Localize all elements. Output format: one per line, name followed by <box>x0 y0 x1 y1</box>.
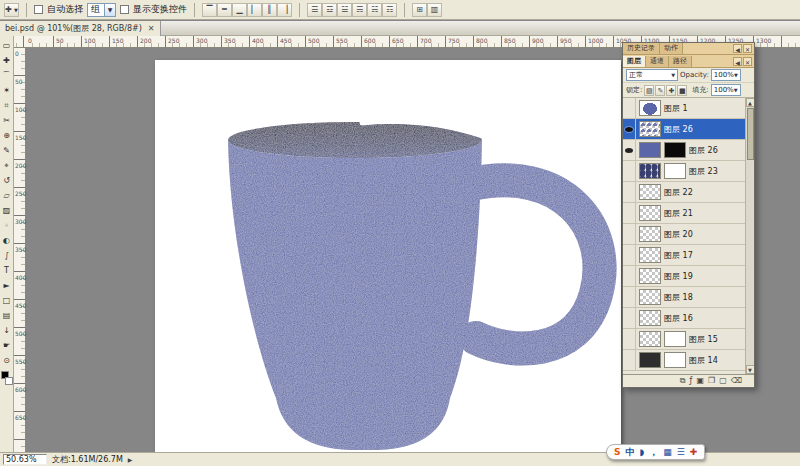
layer-row[interactable]: 图层 17 <box>623 245 754 266</box>
auto-select-checkbox[interactable] <box>34 5 43 14</box>
align-bottom-edges-icon[interactable]: ▁ <box>232 3 247 17</box>
layer-thumbnail[interactable] <box>639 268 661 284</box>
blur-tool-icon[interactable]: ◦ <box>1 219 13 232</box>
blend-mode-select[interactable]: 正常 ▼ <box>626 69 678 81</box>
panel-collapse-button[interactable]: ◀ <box>733 44 742 53</box>
status-menu-arrow-icon[interactable]: ▶ <box>128 456 133 463</box>
document-tab[interactable]: bei.psd @ 101%(图层 28, RGB/8#) ✕ <box>0 21 161 36</box>
palette-tab-图层[interactable]: 图层 <box>623 56 646 67</box>
layer-thumbnail[interactable] <box>639 184 661 200</box>
scroll-down-button[interactable]: ▼ <box>746 365 755 374</box>
sogou-logo-icon[interactable]: S <box>614 445 620 459</box>
visibility-toggle[interactable] <box>623 350 636 370</box>
lock-position-icon[interactable]: ✚ <box>666 85 676 96</box>
visibility-toggle[interactable] <box>623 329 636 349</box>
zoom-field[interactable]: 50.63% <box>3 454 47 465</box>
settings-icon[interactable]: ✚ <box>690 445 698 459</box>
layer-row[interactable]: 图层 26 <box>623 140 754 161</box>
palette-tab-通道[interactable]: 通道 <box>646 56 669 67</box>
gradient-tool-icon[interactable]: ▨ <box>1 204 13 217</box>
layer-row[interactable]: 图层 19 <box>623 266 754 287</box>
layer-mask-thumbnail[interactable] <box>664 352 686 368</box>
clone-stamp-tool-icon[interactable]: ⌖ <box>1 159 13 172</box>
panel-collapse-button[interactable]: ◀ <box>733 57 742 66</box>
distribute-top-edges-icon[interactable]: ☰ <box>307 3 322 17</box>
layer-thumbnail[interactable] <box>639 226 661 242</box>
close-icon[interactable]: ✕ <box>148 24 155 33</box>
layer-row[interactable]: 图层 16 <box>623 308 754 329</box>
distribute-bottom-edges-icon[interactable]: ☱ <box>337 3 352 17</box>
scroll-thumb[interactable] <box>747 108 754 160</box>
layer-row[interactable]: 图层 1 <box>623 98 754 119</box>
align-left-edges-icon[interactable]: ▏ <box>247 3 262 17</box>
layer-thumbnail[interactable] <box>639 247 661 263</box>
distribute-right-edges-icon[interactable]: ☶ <box>382 3 397 17</box>
visibility-toggle[interactable] <box>623 119 636 139</box>
group-select[interactable]: 组▼ <box>87 3 116 17</box>
layer-mask-thumbnail[interactable] <box>664 163 686 179</box>
fill-field[interactable]: 100% ▼ <box>711 84 741 96</box>
add-layer-mask-button[interactable]: ▣ <box>696 375 704 387</box>
eraser-tool-icon[interactable]: ▱ <box>1 189 13 202</box>
healing-brush-tool-icon[interactable]: ⊕ <box>1 129 13 142</box>
document-canvas[interactable] <box>155 60 621 452</box>
magic-wand-tool-icon[interactable]: ✶ <box>1 84 13 97</box>
layer-row[interactable]: 图层 26 <box>623 119 754 140</box>
notes-tool-icon[interactable]: ▤ <box>1 309 13 322</box>
layer-row[interactable]: 图层 14 <box>623 350 754 371</box>
background-color-swatch[interactable] <box>5 377 13 385</box>
palette-tab-动作[interactable]: 动作 <box>660 43 683 54</box>
rectangular-marquee-tool-icon[interactable]: ▭ <box>1 39 13 52</box>
layer-row[interactable]: 图层 21 <box>623 203 754 224</box>
new-layer-button[interactable]: ▢ <box>719 375 727 387</box>
visibility-toggle[interactable] <box>623 287 636 307</box>
align-top-edges-icon[interactable]: ▔ <box>202 3 217 17</box>
layer-thumbnail[interactable] <box>639 163 661 179</box>
distribute-vertical-centers-icon[interactable]: ☲ <box>322 3 337 17</box>
palette-tab-路径[interactable]: 路径 <box>669 56 692 67</box>
lasso-tool-icon[interactable]: ⌒ <box>1 69 13 82</box>
visibility-toggle[interactable] <box>623 203 636 223</box>
layer-row[interactable]: 图层 23 <box>623 161 754 182</box>
type-tool-icon[interactable]: T <box>1 264 13 277</box>
visibility-toggle[interactable] <box>623 182 636 202</box>
soft-keyboard-icon[interactable]: ▦ <box>663 445 672 459</box>
auto-align-layers-icon[interactable]: ⊞ <box>412 3 427 17</box>
scroll-up-button[interactable]: ▲ <box>746 98 755 107</box>
distribute-horizontal-centers-icon[interactable]: ☵ <box>367 3 382 17</box>
tool-preset-button[interactable]: ✚▼ <box>4 3 19 17</box>
slice-tool-icon[interactable]: ✂ <box>1 114 13 127</box>
layer-mask-thumbnail[interactable] <box>664 142 686 158</box>
layer-row[interactable]: 图层 20 <box>623 224 754 245</box>
visibility-toggle[interactable] <box>623 266 636 286</box>
lock-pixels-icon[interactable]: ✎ <box>655 85 665 96</box>
delete-layer-button[interactable]: ⌫ <box>731 375 742 387</box>
workspace-icon[interactable]: ▥ <box>427 3 442 17</box>
layer-row[interactable]: 图层 22 <box>623 182 754 203</box>
fullwidth-icon[interactable]: ◗ <box>639 445 644 459</box>
pen-tool-icon[interactable]: ∫ <box>1 249 13 262</box>
punctuation-icon[interactable]: ， <box>649 445 658 459</box>
menu-icon[interactable]: ☰ <box>677 445 685 459</box>
layer-style-button[interactable]: ƒ <box>690 375 693 387</box>
dodge-tool-icon[interactable]: ◐ <box>1 234 13 247</box>
visibility-toggle[interactable] <box>623 245 636 265</box>
visibility-toggle[interactable] <box>623 308 636 328</box>
brush-tool-icon[interactable]: ✎ <box>1 144 13 157</box>
visibility-toggle[interactable] <box>623 224 636 244</box>
panel-close-button[interactable]: ✕ <box>743 57 752 66</box>
visibility-toggle[interactable] <box>623 140 636 160</box>
layer-row[interactable]: 图层 15 <box>623 329 754 350</box>
show-transform-checkbox[interactable] <box>120 5 129 14</box>
layer-thumbnail[interactable] <box>639 331 661 347</box>
vertical-ruler[interactable]: 050100150200250300350400450500550600650 <box>14 48 26 452</box>
lock-transparency-icon[interactable]: ▨ <box>644 85 654 96</box>
hand-tool-icon[interactable]: ☛ <box>1 339 13 352</box>
layer-thumbnail[interactable] <box>639 352 661 368</box>
shape-tool-icon[interactable]: □ <box>1 294 13 307</box>
palette-tab-历史记录[interactable]: 历史记录 <box>623 43 660 54</box>
layer-thumbnail[interactable] <box>639 205 661 221</box>
panel-close-button[interactable]: ✕ <box>743 44 752 53</box>
layer-thumbnail[interactable] <box>639 121 661 137</box>
move-tool-icon[interactable]: ✚ <box>1 54 13 67</box>
